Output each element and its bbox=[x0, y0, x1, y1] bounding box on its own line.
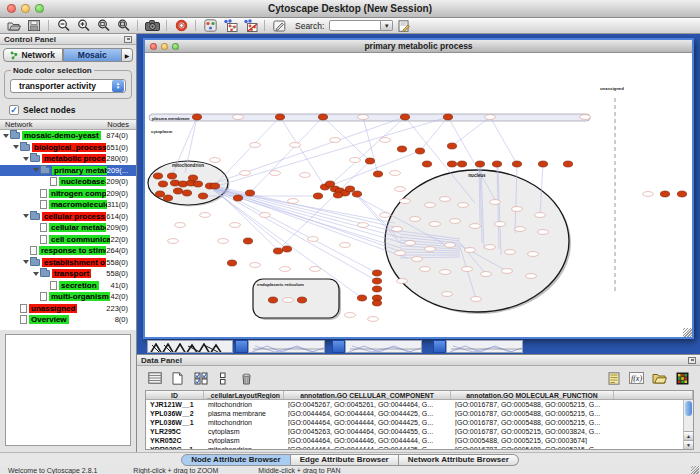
network-node-unselected[interactable] bbox=[260, 213, 271, 218]
tree-row[interactable]: nitrogen compo209(0) bbox=[0, 188, 136, 200]
expand-triangle-icon[interactable] bbox=[22, 260, 30, 264]
save-icon[interactable] bbox=[25, 18, 43, 33]
network-node-unselected[interactable] bbox=[345, 313, 356, 318]
network-node[interactable] bbox=[677, 191, 686, 197]
network-node-unselected[interactable] bbox=[412, 257, 423, 262]
network-node-unselected[interactable] bbox=[490, 200, 501, 205]
network-node-unselected[interactable] bbox=[445, 243, 456, 248]
tree-row[interactable]: cellular process614(0) bbox=[0, 211, 136, 223]
network-node-unselected[interactable] bbox=[425, 247, 436, 252]
network-node[interactable] bbox=[372, 286, 381, 292]
column-header[interactable]: annotation.GO CELLULAR_COMPONENT bbox=[284, 391, 451, 399]
network-node-unselected[interactable] bbox=[502, 269, 513, 274]
open-icon[interactable] bbox=[5, 18, 23, 33]
network-node[interactable] bbox=[173, 188, 182, 194]
network-node[interactable] bbox=[415, 148, 424, 154]
network-node-unselected[interactable] bbox=[425, 203, 436, 208]
network-node[interactable] bbox=[447, 143, 456, 149]
import-attributes-folder-icon[interactable] bbox=[650, 369, 669, 387]
network-node[interactable] bbox=[210, 183, 219, 189]
network-node-unselected[interactable] bbox=[410, 217, 421, 222]
attribute-notes-icon[interactable] bbox=[604, 369, 623, 387]
network-node[interactable] bbox=[170, 180, 179, 186]
network-node[interactable] bbox=[275, 114, 284, 120]
snapshot-camera-icon[interactable] bbox=[143, 18, 161, 33]
network-node-unselected[interactable] bbox=[390, 171, 401, 176]
attribute-table-icon[interactable] bbox=[145, 369, 164, 387]
network-node[interactable] bbox=[282, 246, 291, 252]
formula-builder-icon[interactable]: f(x) bbox=[627, 369, 646, 387]
network-canvas-svg[interactable]: plasma membranecytoplasmmitochondrionnuc… bbox=[145, 53, 692, 337]
minimized-window-titlebar[interactable] bbox=[235, 340, 248, 353]
zoom-fit-icon[interactable] bbox=[114, 18, 132, 33]
network-node[interactable] bbox=[163, 195, 172, 201]
network-node-unselected[interactable] bbox=[283, 298, 294, 303]
network-node[interactable] bbox=[153, 173, 162, 179]
network-node-unselected[interactable] bbox=[270, 171, 281, 176]
network-node[interactable] bbox=[273, 248, 282, 254]
table-row[interactable]: YLR295Ccytoplasm[GO:0045263, GO:0044464,… bbox=[146, 427, 693, 436]
network-node[interactable] bbox=[512, 161, 521, 167]
network-node-unselected[interactable] bbox=[218, 239, 229, 244]
network-node[interactable] bbox=[475, 161, 484, 167]
node-color-select[interactable]: transporter activity ▲▼ bbox=[10, 79, 126, 93]
window-resize-grip-icon[interactable] bbox=[691, 466, 699, 474]
network-node[interactable] bbox=[227, 260, 236, 266]
network-node-unselected[interactable] bbox=[240, 171, 251, 176]
network-node[interactable] bbox=[243, 238, 252, 244]
zoom-window-button[interactable] bbox=[35, 4, 44, 13]
network-node-unselected[interactable] bbox=[168, 239, 179, 244]
network-node-unselected[interactable] bbox=[288, 199, 299, 204]
network-node-unselected[interactable] bbox=[471, 297, 482, 302]
column-header[interactable]: _cellularLayoutRegion bbox=[204, 391, 284, 399]
filter-icon[interactable] bbox=[395, 18, 413, 33]
network-node[interactable] bbox=[333, 192, 342, 198]
annotation-icon[interactable] bbox=[270, 18, 288, 33]
network-node[interactable] bbox=[182, 190, 191, 196]
network-node[interactable] bbox=[233, 195, 242, 201]
network-node-unselected[interactable] bbox=[350, 158, 361, 163]
network-node[interactable] bbox=[245, 190, 254, 196]
network-node-unselected[interactable] bbox=[280, 267, 291, 272]
network-node[interactable] bbox=[457, 161, 466, 167]
tree-row[interactable]: cell communicat22(0) bbox=[0, 234, 136, 246]
network-node-unselected[interactable] bbox=[485, 115, 496, 120]
network-node-unselected[interactable] bbox=[175, 223, 186, 228]
network-node[interactable] bbox=[538, 161, 547, 167]
table-row[interactable]: YKR052Ccytoplasm[GO:0044464, GO:0044446,… bbox=[146, 436, 693, 445]
network-node-unselected[interactable] bbox=[250, 263, 261, 268]
network-node[interactable] bbox=[443, 114, 452, 120]
network-node-unselected[interactable] bbox=[380, 138, 391, 143]
vizmapper-icon[interactable] bbox=[201, 18, 219, 33]
scroll-up-icon[interactable]: ▲ bbox=[684, 431, 693, 440]
attribute-browser-tab-2[interactable]: Network Attribute Browser bbox=[399, 454, 519, 466]
network-node[interactable] bbox=[373, 171, 382, 177]
float-panel-icon[interactable] bbox=[688, 357, 696, 364]
network-node[interactable] bbox=[318, 114, 327, 120]
network-node[interactable] bbox=[268, 297, 277, 303]
help-lifesaver-icon[interactable] bbox=[172, 18, 190, 33]
close-button[interactable] bbox=[7, 4, 16, 13]
scroll-down-icon[interactable]: ▼ bbox=[684, 440, 693, 449]
table-row[interactable]: YPL036W__1mitochondrion[GO:0044464, GO:0… bbox=[146, 418, 693, 427]
minimize-button[interactable] bbox=[21, 4, 30, 13]
network-node-unselected[interactable] bbox=[250, 143, 261, 148]
search-input[interactable] bbox=[329, 20, 381, 31]
network-node-unselected[interactable] bbox=[528, 252, 539, 257]
network-node[interactable] bbox=[372, 270, 381, 276]
column-header[interactable]: annotation.GO MOLECULAR_FUNCTION bbox=[451, 391, 614, 399]
close-icon[interactable] bbox=[150, 43, 157, 50]
network-node[interactable] bbox=[192, 114, 201, 120]
tree-row[interactable]: Overview8(0) bbox=[0, 314, 136, 326]
attribute-browser-tab-1[interactable]: Edge Attribute Browser bbox=[291, 454, 399, 466]
delete-attribute-icon[interactable] bbox=[237, 369, 256, 387]
network-node[interactable] bbox=[492, 161, 501, 167]
network-window[interactable]: primary metabolic process plasma membran… bbox=[143, 38, 694, 339]
minimized-window-thumbnail[interactable] bbox=[248, 340, 325, 353]
network-node-unselected[interactable] bbox=[392, 227, 403, 232]
network-node-unselected[interactable] bbox=[380, 213, 391, 218]
tree-row[interactable]: response to stimulu264(0) bbox=[0, 245, 136, 257]
new-attribute-icon[interactable] bbox=[168, 369, 187, 387]
network-node-unselected[interactable] bbox=[300, 173, 311, 178]
network-node-unselected[interactable] bbox=[515, 227, 526, 232]
